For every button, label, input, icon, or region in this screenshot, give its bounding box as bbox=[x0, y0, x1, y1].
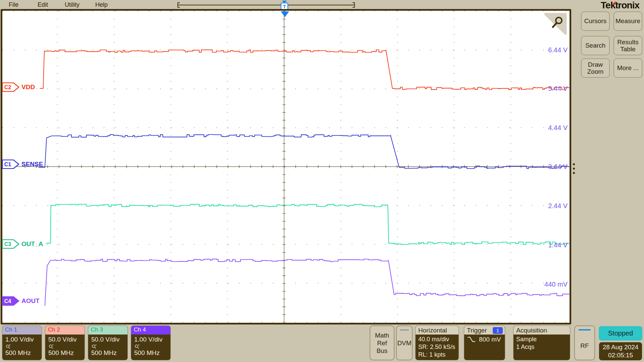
search-button[interactable]: Search bbox=[581, 36, 610, 55]
trace-label-vdd: VDD bbox=[21, 83, 35, 91]
trace-out_a bbox=[46, 204, 569, 244]
draw-zoom-grabber[interactable] bbox=[543, 12, 569, 36]
trigger-panel[interactable]: Trigger 1 800 mV bbox=[464, 325, 505, 360]
svg-text:C2: C2 bbox=[4, 84, 11, 90]
menu-help[interactable]: Help bbox=[95, 1, 108, 8]
channel-badge-ch2[interactable]: Ch 2 50.0 V/div 500 MHz bbox=[45, 325, 85, 360]
axis-label-3v44: 3.44 V bbox=[527, 162, 568, 171]
probe-icon bbox=[48, 343, 85, 349]
panel-drag-handle[interactable] bbox=[573, 163, 575, 176]
channel-handle-c1[interactable]: C1 SENSE bbox=[2, 160, 43, 169]
trace-aout bbox=[45, 259, 569, 306]
trigger-source-badge: 1 bbox=[493, 327, 503, 334]
trace-sense bbox=[39, 134, 569, 169]
falling-edge-icon bbox=[467, 336, 476, 343]
ch4-bandwidth: 500 MHz bbox=[134, 349, 170, 357]
channel-handle-c3[interactable]: C3 OUT_A bbox=[2, 239, 43, 249]
measure-button[interactable]: Measure bbox=[613, 11, 642, 31]
ch1-scale: 1.00 V/div bbox=[5, 336, 42, 343]
trace-label-sense: SENSE bbox=[21, 161, 43, 168]
ch4-scale: 1.00 V/div bbox=[134, 336, 170, 343]
axis-label-2v44: 2.44 V bbox=[527, 201, 568, 210]
results-table-button[interactable]: Results Table bbox=[613, 36, 642, 55]
math-ref-bus-button[interactable]: Math Ref Bus bbox=[370, 325, 394, 360]
ch3-bandwidth: 500 MHz bbox=[91, 349, 127, 357]
trace-label-out-a: OUT_A bbox=[21, 240, 43, 248]
menu-utility[interactable]: Utility bbox=[65, 1, 79, 8]
menu-file[interactable]: File bbox=[9, 1, 18, 8]
horizontal-scale: 40.0 ms/div bbox=[418, 336, 457, 343]
channel-handle-c4[interactable]: C4 AOUT bbox=[2, 296, 40, 306]
ch1-bandwidth: 500 MHz bbox=[5, 349, 42, 357]
trace-label-aout: AOUT bbox=[21, 297, 40, 305]
ch2-scale: 50.0 V/div bbox=[48, 336, 85, 343]
svg-text:C4: C4 bbox=[4, 298, 11, 304]
svg-text:C3: C3 bbox=[4, 241, 11, 247]
cursors-button[interactable]: Cursors bbox=[581, 11, 610, 31]
more-button[interactable]: More ... bbox=[613, 58, 642, 78]
axis-label-1v44: 1.44 V bbox=[527, 241, 568, 249]
dvm-button[interactable]: DVM bbox=[396, 325, 413, 360]
channel-handle-c2[interactable]: C2 VDD bbox=[2, 82, 35, 92]
axis-label-440mv: 440 mV bbox=[527, 280, 568, 289]
channel-badge-ch1[interactable]: Ch 1 1.00 V/div 500 MHz bbox=[2, 325, 42, 360]
ch2-bandwidth: 500 MHz bbox=[48, 349, 85, 357]
time: 02:05:15 bbox=[599, 351, 642, 359]
trigger-position-arrow-icon[interactable] bbox=[281, 11, 289, 17]
probe-icon bbox=[5, 343, 42, 349]
rf-button[interactable]: RF bbox=[574, 325, 595, 360]
thumb-trigger-letter: T bbox=[283, 4, 286, 9]
waveform-display[interactable] bbox=[2, 11, 569, 323]
ch3-scale: 50.0 V/div bbox=[91, 336, 127, 343]
channel-badge-ch3[interactable]: Ch 3 50.0 V/div 500 MHz bbox=[88, 325, 128, 360]
datetime-display: 28 Aug 2024 02:05:15 bbox=[599, 342, 642, 360]
channel-badge-ch4[interactable]: Ch 4 1.00 V/div 500 MHz bbox=[131, 325, 171, 360]
acquisition-mode: Sample bbox=[516, 336, 568, 343]
acquisition-count: 1 Acqs bbox=[516, 343, 568, 351]
record-length: RL: 1 kpts bbox=[418, 351, 457, 359]
rf-indicator-line bbox=[579, 329, 591, 330]
acquisition-status-badge[interactable]: Stopped bbox=[599, 326, 642, 341]
date: 28 Aug 2024 bbox=[599, 343, 642, 351]
sample-rate: SR: 2.50 kS/s bbox=[418, 343, 457, 351]
probe-icon bbox=[134, 343, 170, 349]
horizontal-panel[interactable]: Horizontal 40.0 ms/div SR: 2.50 kS/s RL:… bbox=[415, 325, 459, 360]
trigger-position-thumb[interactable]: T bbox=[281, 1, 288, 10]
axis-label-5v44: 5.44 V bbox=[527, 84, 568, 93]
dvm-indicator-line bbox=[400, 329, 409, 330]
axis-label-6v44: 6.44 V bbox=[527, 46, 568, 54]
svg-text:C1: C1 bbox=[4, 162, 11, 167]
probe-icon bbox=[91, 343, 127, 349]
axis-label-4v44: 4.44 V bbox=[527, 123, 568, 132]
draw-zoom-button[interactable]: Draw Zoom bbox=[581, 58, 610, 78]
menu-edit[interactable]: Edit bbox=[38, 1, 48, 8]
tektronix-logo: Tektronix bbox=[601, 0, 639, 11]
trace-vdd bbox=[40, 50, 569, 90]
trigger-level: 800 mV bbox=[479, 336, 501, 343]
acquisition-panel[interactable]: Acquisition Sample 1 Acqs bbox=[513, 325, 570, 360]
